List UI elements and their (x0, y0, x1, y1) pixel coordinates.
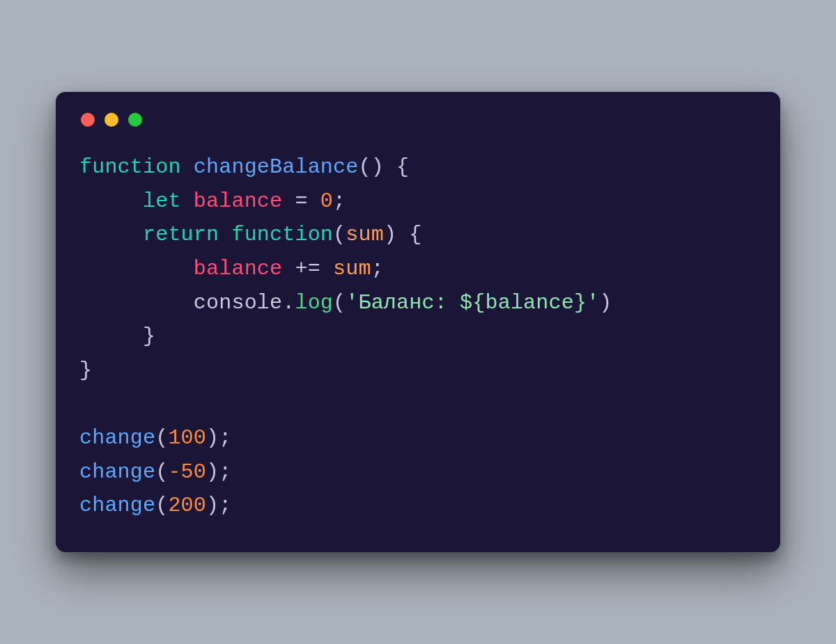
code-token: ( (155, 426, 168, 450)
code-token: ); (206, 426, 231, 450)
code-token: let (143, 189, 194, 213)
code-token: . (282, 291, 295, 315)
code-token: = (282, 189, 320, 213)
code-line: change(200); (79, 494, 231, 517)
code-token: ); (206, 494, 231, 517)
code-token: sum (346, 223, 384, 246)
code-token: ) { (384, 223, 422, 246)
code-token: ; (371, 257, 384, 281)
close-icon[interactable] (81, 113, 95, 127)
code-line: change(100); (79, 426, 231, 450)
code-token (79, 291, 194, 315)
code-token: ; (333, 189, 346, 213)
stage: function changeBalance() { let balance =… (0, 0, 836, 644)
zoom-icon[interactable] (128, 113, 142, 127)
code-block: function changeBalance() { let balance =… (79, 150, 757, 523)
code-token: ( (155, 460, 168, 484)
minimize-icon[interactable] (104, 113, 118, 127)
code-token: change (79, 494, 155, 517)
code-token: change (79, 426, 155, 450)
code-token: function (79, 155, 194, 179)
code-token: ); (206, 460, 231, 484)
code-token: change (79, 460, 155, 484)
code-token: 200 (168, 494, 206, 517)
code-token: balance (194, 257, 282, 281)
code-token: ( (155, 494, 168, 517)
code-line: function changeBalance() { (79, 155, 409, 179)
code-token: ( (333, 223, 346, 246)
code-token: -50 (168, 460, 206, 484)
code-token: changeBalance (194, 155, 359, 179)
code-line: } (79, 324, 155, 348)
code-token: ( (333, 291, 346, 315)
code-token: += (282, 257, 333, 281)
code-token: console (194, 291, 282, 315)
code-token: log (295, 291, 333, 315)
code-window: function changeBalance() { let balance =… (56, 92, 780, 552)
code-line: balance += sum; (79, 257, 384, 281)
code-line: change(-50); (79, 460, 231, 484)
code-token: 'Баланс: ${balance}' (346, 291, 599, 315)
code-token: balance (194, 189, 282, 213)
code-line: console.log('Баланс: ${balance}') (79, 291, 612, 315)
code-token: 0 (320, 189, 333, 213)
code-token (79, 257, 194, 281)
code-token: sum (333, 257, 371, 281)
code-token: } (79, 324, 155, 348)
window-controls (81, 113, 757, 127)
code-token: } (79, 359, 92, 382)
code-token: ) (599, 291, 612, 315)
code-token (79, 189, 143, 213)
code-token: () { (358, 155, 409, 179)
code-line: } (79, 359, 92, 382)
code-line: let balance = 0; (79, 189, 346, 213)
code-token (79, 223, 143, 246)
code-token: return function (143, 223, 333, 246)
code-token: 100 (168, 426, 206, 450)
code-line: return function(sum) { (79, 223, 421, 246)
